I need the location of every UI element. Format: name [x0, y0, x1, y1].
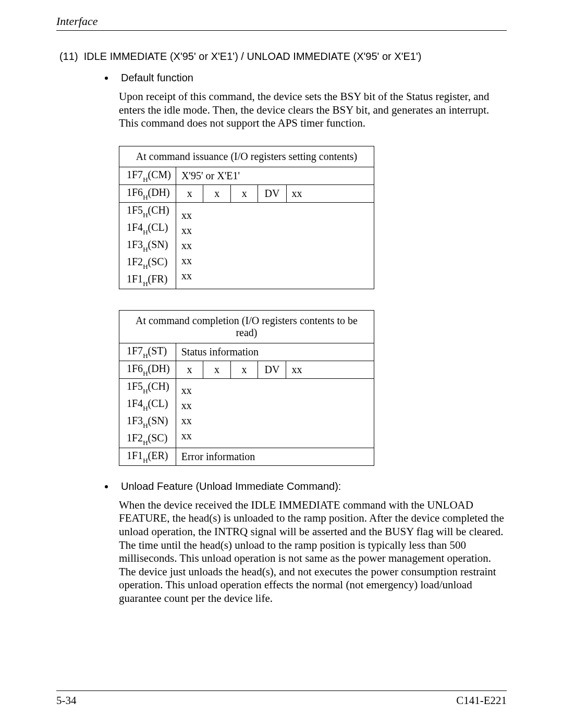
label-sub: H	[143, 352, 148, 360]
table-row: 1F7H(CM) X'95' or X'E1'	[119, 167, 374, 184]
reg-value: xx	[176, 268, 374, 283]
table-row: 1F6H(DH) x x x DV xx	[119, 184, 374, 202]
table-row: 1F5H(CH) 1F4H(CL) 1F3H(SN) 1F2H(SC) 1F1H…	[119, 202, 374, 289]
label-suffix: (CH)	[148, 380, 169, 392]
section-number: (11)	[59, 51, 78, 62]
reg-label: 1F7H(ST)	[119, 343, 176, 361]
page-number: 5-34	[56, 694, 77, 707]
section-title: IDLE IMMEDIATE (X'95' or X'E1') / UNLOAD…	[84, 51, 422, 62]
label-suffix: (DH)	[148, 363, 170, 374]
label-suffix: (CL)	[148, 398, 168, 409]
bit-cell: x	[203, 184, 231, 202]
label-sub: H	[143, 456, 148, 464]
reg-value: xx	[176, 428, 374, 443]
completion-table-wrap: At command completion (I/O registers con…	[119, 310, 507, 466]
bit-cell: x	[203, 361, 231, 378]
bit-cell: x	[176, 184, 203, 202]
reg-value: xx	[176, 253, 374, 268]
label-sub: H	[143, 369, 148, 377]
label-base: 1F2	[127, 432, 143, 443]
reg-value-stack: xx xx xx xx xx	[176, 202, 374, 289]
reg-value: xx	[176, 383, 374, 398]
label-sub: H	[143, 387, 148, 395]
reg-value: Error information	[176, 448, 374, 465]
bullet-title: Default function	[121, 72, 193, 83]
label-suffix: (DH)	[148, 187, 170, 198]
label-sub: H	[143, 439, 148, 447]
bullet-default-function: Default function	[115, 72, 507, 84]
default-function-text: Upon receipt of this command, the device…	[119, 90, 507, 130]
reg-label: 1F6H(DH)	[119, 361, 176, 378]
table-row: At command issuance (I/O registers setti…	[119, 146, 374, 167]
table-row: 1F7H(ST) Status information	[119, 343, 374, 361]
completion-table: At command completion (I/O registers con…	[119, 310, 374, 466]
issuance-table: At command issuance (I/O registers setti…	[119, 146, 374, 289]
running-head: Interface	[56, 15, 507, 31]
bullet-list: Unload Feature (Unload Immediate Command…	[56, 480, 507, 492]
table-row: 1F6H(DH) x x x DV xx	[119, 361, 374, 378]
label-sub: H	[143, 193, 148, 201]
reg-label: 1F7H(CM)	[119, 167, 176, 184]
label-suffix: (CL)	[148, 221, 168, 233]
label-base: 1F6	[127, 363, 143, 374]
reg-value: xx	[176, 223, 374, 238]
table-row: 1F1H(ER) Error information	[119, 448, 374, 465]
label-base: 1F4	[127, 221, 143, 233]
label-base: 1F4	[127, 398, 143, 409]
label-suffix: (SN)	[148, 415, 168, 426]
doc-number: C141-E221	[456, 694, 507, 707]
bit-cell: xx	[286, 361, 374, 378]
issuance-table-wrap: At command issuance (I/O registers setti…	[119, 146, 507, 289]
table-row: At command completion (I/O registers con…	[119, 310, 374, 343]
table-row: 1F5H(CH) 1F4H(CL) 1F3H(SN) 1F2H(SC) xx x…	[119, 378, 374, 448]
bit-cell: xx	[286, 184, 374, 202]
bullet-list: Default function	[56, 72, 507, 84]
label-suffix: (SC)	[148, 432, 168, 443]
reg-value: xx	[176, 413, 374, 428]
label-sub: H	[143, 422, 148, 429]
label-sub: H	[143, 263, 148, 270]
label-sub: H	[143, 280, 148, 288]
label-base: 1F3	[127, 239, 143, 250]
bullet-unload-feature: Unload Feature (Unload Immediate Command…	[115, 480, 507, 492]
issuance-table-title: At command issuance (I/O registers setti…	[119, 146, 374, 167]
label-suffix: (SC)	[148, 256, 168, 267]
label-sub: H	[143, 245, 148, 253]
label-sub: H	[143, 211, 148, 219]
page: Interface (11) IDLE IMMEDIATE (X'95' or …	[0, 0, 563, 728]
label-base: 1F2	[127, 256, 143, 267]
unload-feature-text: When the device received the IDLE IMMEDI…	[119, 499, 507, 606]
label-suffix: (FR)	[148, 273, 168, 285]
bullet-title: Unload Feature (Unload Immediate Command…	[121, 480, 341, 492]
label-base: 1F3	[127, 415, 143, 426]
page-footer: 5-34 C141-E221	[56, 690, 507, 707]
label-suffix: (CH)	[148, 204, 169, 216]
reg-value: Status information	[176, 343, 374, 361]
reg-value: xx	[176, 238, 374, 253]
completion-table-title: At command completion (I/O registers con…	[119, 310, 374, 343]
reg-value: xx	[176, 208, 374, 223]
reg-value: X'95' or X'E1'	[176, 167, 374, 184]
label-sub: H	[143, 404, 148, 412]
label-base: 1F5	[127, 380, 143, 392]
section-heading: (11) IDLE IMMEDIATE (X'95' or X'E1') / U…	[59, 51, 507, 63]
reg-label: 1F6H(DH)	[119, 184, 176, 202]
label-base: 1F7	[127, 169, 143, 180]
label-sub: H	[143, 228, 148, 236]
label-suffix: (ST)	[148, 345, 167, 356]
label-base: 1F1	[127, 450, 143, 461]
label-base: 1F6	[127, 187, 143, 198]
label-sub: H	[143, 176, 148, 183]
label-base: 1F1	[127, 273, 143, 285]
reg-label-stack: 1F5H(CH) 1F4H(CL) 1F3H(SN) 1F2H(SC)	[119, 378, 176, 448]
bit-cell: x	[176, 361, 203, 378]
label-base: 1F5	[127, 204, 143, 216]
label-base: 1F7	[127, 345, 143, 356]
bit-cell: x	[230, 361, 258, 378]
reg-value-stack: xx xx xx xx	[176, 378, 374, 448]
bit-cell: x	[230, 184, 258, 202]
reg-value: xx	[176, 398, 374, 413]
label-suffix: (SN)	[148, 239, 168, 250]
bit-cell: DV	[258, 184, 286, 202]
reg-label: 1F1H(ER)	[119, 448, 176, 465]
